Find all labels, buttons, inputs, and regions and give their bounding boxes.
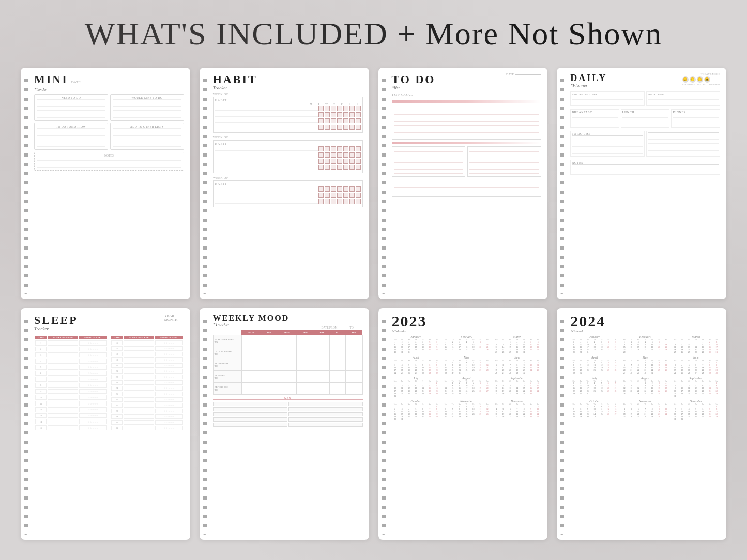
cards-grid: MINI DATE *to-do NEED TO DO WOULD LIKE T…	[0, 63, 747, 550]
sleep-date-col-1: DATE	[35, 336, 47, 339]
key-item-6	[288, 412, 363, 416]
key-item-3	[213, 407, 287, 411]
todo-pink-accent-2	[392, 142, 542, 144]
cal-month-0: JanuaryMoTuWeThFrSaSu1234567891011121314…	[392, 335, 440, 354]
daily-todo-box: TO DO LIST	[570, 131, 644, 157]
sleep-row-3: 3☆☆☆☆☆	[35, 352, 107, 357]
notes-label: NOTES	[37, 154, 181, 157]
late-morning-slot: LATE MORNINGTO	[213, 347, 241, 359]
sleep-row-30: 30☆☆☆☆☆	[111, 420, 183, 425]
todo-title: TO DO	[392, 73, 436, 86]
sleep-row-1: 1☆☆☆☆☆	[35, 340, 107, 346]
sleep-row-13: 13☆☆☆☆☆	[35, 413, 107, 418]
calendar-2024-card: 2024 *Calendar JanuaryMoTuWeThFrSaSu1234…	[557, 308, 726, 540]
evening-slot: EVENINGTO	[213, 371, 241, 383]
sleep-row-4: 4☆☆☆☆☆	[35, 359, 107, 364]
cal-month-4: MayMoTuWeThFrSaSu--123456789101112131415…	[621, 356, 669, 375]
habit-week-label-3: WEEK OF	[213, 176, 363, 179]
mood-tue: TUE	[261, 330, 278, 335]
key-item-5	[213, 412, 287, 416]
year-label: YEAR ___	[164, 314, 184, 318]
cal-month-7: AugustMoTuWeThFrSaSu---12345678910111213…	[621, 377, 669, 398]
sleep-row-31: 31☆☆☆☆☆	[111, 426, 183, 430]
key-item-8	[288, 417, 363, 422]
mood-very-happy: 😊	[682, 76, 689, 83]
mood-mon: MON	[241, 330, 261, 335]
cal-month-10: NovemberMoTuWeThFrSaSu----12345678910111…	[621, 400, 669, 421]
todo-bottom-box	[392, 179, 542, 197]
sleep-energy-col-2: ENERGY LEVEL	[155, 336, 183, 339]
calendar-2023-card: 2023 *Calendar JanuaryMoTuWeThFrSaSu1234…	[378, 308, 548, 540]
habit-title: HABIT	[213, 73, 363, 86]
cal-month-11: DecemberMoTuWeThFrSaSu----12345678910111…	[493, 400, 541, 421]
daily-extra-box	[646, 131, 720, 157]
sleep-row-16: 16☆☆☆☆☆	[111, 340, 183, 345]
cal-month-8: SeptemberMoTuWeThFrSaSu------12345678910…	[672, 377, 720, 398]
afternoon-slot: AFTERNOONTO	[213, 359, 241, 371]
cal-month-8: SeptemberMoTuWeThFrSaSu----1234567891011…	[493, 377, 541, 398]
mini-todo-title: MINI	[34, 73, 68, 86]
daily-todo-label: TO DO LIST	[572, 132, 643, 136]
sleep-row-5: 5☆☆☆☆☆	[35, 365, 107, 370]
todo-list-card: TO DO *list DATE TOP GOAL	[378, 68, 548, 299]
cal-month-6: JulyMoTuWeThFrSaSu1234567891011121314151…	[570, 377, 619, 398]
sleep-row-18: 18☆☆☆☆☆	[111, 352, 183, 356]
daily-extra-label	[648, 132, 719, 133]
dinner-box: DINNER	[671, 109, 720, 128]
cal-2023-grid: JanuaryMoTuWeThFrSaSu1234567891011121314…	[392, 335, 542, 421]
sleep-row-15: 15☆☆☆☆☆	[35, 425, 107, 430]
sleep-row-7: 7☆☆☆☆☆	[35, 377, 107, 382]
cal-2024-subtitle: *Calendar	[570, 329, 720, 333]
sleep-row-6: 6☆☆☆☆☆	[35, 371, 107, 376]
mini-todo-subtitle: *to-do	[34, 87, 184, 92]
mood-label: TODAY'S MOOD	[682, 73, 720, 75]
sleep-row-29: 29☆☆☆☆☆	[111, 414, 183, 419]
sleep-row-17: 17☆☆☆☆☆	[111, 346, 183, 351]
habit-tracker-card: HABIT Tracker WEEK OF HABIT MT WT FS S	[200, 68, 369, 299]
brain-dump-box: BRAIN DUMP	[646, 91, 720, 106]
would-like-label: WOULD LIKE TO DO	[113, 96, 181, 100]
need-to-do-label: NEED TO DO	[37, 96, 105, 100]
dinner-label: DINNER	[673, 111, 719, 114]
cal-month-3: AprilMoTuWeThFrSaSu-----1234567891011121…	[392, 356, 440, 375]
cal-month-7: AugustMoTuWeThFrSaSu-1234567891011121314…	[442, 377, 491, 398]
grateful-label: I AM GRATEFUL FOR	[572, 93, 643, 96]
add-other-label: ADD TO OTHER LISTS	[113, 125, 181, 129]
cal-month-2: MarchMoTuWeThFrSaSu----12345678910111213…	[672, 335, 720, 354]
breakfast-box: BREAKFAST	[570, 109, 619, 128]
mini-date-label: DATE	[71, 80, 81, 84]
mini-todo-card: MINI DATE *to-do NEED TO DO WOULD LIKE T…	[21, 68, 190, 299]
daily-planner-card: DAILY *Planner TODAY'S MOOD 😊 😐 😕 😢 VERY…	[557, 68, 726, 299]
sleep-date-col-2: DATE	[111, 336, 123, 339]
key-item-1	[213, 402, 287, 406]
top-goal-label: TOP GOAL	[392, 92, 542, 97]
sleep-row-22: 22☆☆☆☆☆	[111, 375, 183, 379]
mood-not-great: 😕	[697, 76, 703, 83]
sleep-row-10: 10☆☆☆☆☆	[35, 395, 107, 400]
month-label: MONTH ___	[164, 318, 184, 322]
cal-month-2: MarchMoTuWeThFrSaSu--1234567891011121314…	[493, 335, 541, 354]
page-title: WHAT'S INCLUDED + More Not Shown	[0, 0, 747, 63]
mood-thu: THU	[296, 330, 314, 335]
todo-pink-accent	[392, 100, 542, 103]
cal-month-1: FebruaryMoTuWeThFrSaSu123456789101112131…	[442, 335, 491, 354]
cal-month-9: OctoberMoTuWeThFrSaSu-123456789101112131…	[570, 400, 619, 421]
grateful-box: I AM GRATEFUL FOR	[570, 91, 644, 106]
key-item-10	[288, 423, 363, 427]
breakfast-label: BREAKFAST	[572, 111, 618, 114]
mood-wed: WED	[278, 330, 296, 335]
mood-neutral: 😐	[690, 76, 696, 83]
sleep-row-9: 9☆☆☆☆☆	[35, 389, 107, 394]
todo-date-label: DATE	[506, 73, 514, 76]
cal-month-5: JuneMoTuWeThFrSaSu---1234567891011121314…	[493, 356, 541, 375]
cal-month-11: DecemberMoTuWeThFrSaSu------123456789101…	[672, 400, 720, 421]
sleep-title: SLEEP	[34, 314, 78, 327]
date-from-label: DATE FROM ______	[321, 326, 346, 329]
early-morning-slot: EARLY MORNINGTO	[213, 335, 241, 347]
key-item-7	[213, 417, 287, 422]
weekly-mood-card: WEEKLY MOOD *Tracker DATE FROM ______ TO…	[200, 308, 369, 540]
mood-sad: 😢	[704, 76, 710, 83]
sleep-row-11: 11☆☆☆☆☆	[35, 401, 107, 406]
cal-month-1: FebruaryMoTuWeThFrSaSu123456789101112131…	[621, 335, 669, 354]
daily-notes-label: NOTES	[572, 161, 719, 165]
